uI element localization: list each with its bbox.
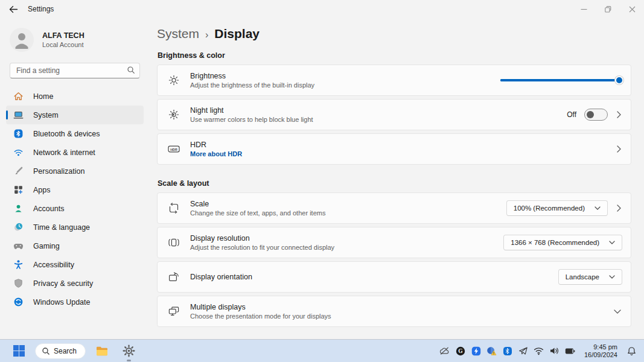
user-account[interactable]: ALFA TECH Local Account	[6, 23, 144, 60]
display-resolution-card: Display resolution Adjust the resolution…	[157, 227, 631, 258]
resolution-icon	[167, 237, 180, 249]
sidebar-item-privacy-security[interactable]: Privacy & security	[6, 274, 144, 293]
storage-warning-icon[interactable]	[485, 342, 499, 360]
clock-date: 16/09/2024	[584, 351, 617, 359]
scale-chevron[interactable]	[616, 203, 622, 213]
windows-logo-icon	[13, 345, 25, 357]
night-light-toggle[interactable]	[584, 109, 608, 121]
scale-subtitle: Change the size of text, apps, and other…	[190, 209, 325, 217]
night-light-chevron[interactable]	[616, 110, 622, 119]
sidebar-item-personalization[interactable]: Personalization	[6, 162, 144, 180]
page-title: Display	[214, 27, 260, 41]
multiple-displays-icon	[167, 305, 180, 317]
display-resolution-title: Display resolution	[190, 234, 334, 243]
chevron-down-icon	[595, 206, 601, 210]
active-app-indicator	[127, 360, 131, 361]
bluetooth-tray-icon[interactable]	[501, 342, 514, 360]
toggle-knob	[587, 111, 594, 118]
scale-dropdown[interactable]: 100% (Recommended)	[506, 200, 608, 216]
close-icon	[629, 6, 636, 13]
clock-time: 9:45 pm	[584, 343, 617, 351]
network-icon	[13, 147, 24, 157]
g-app-icon[interactable]: G	[454, 342, 467, 360]
back-arrow-icon	[9, 5, 18, 13]
sidebar-item-time-language[interactable]: Time & language	[6, 218, 144, 237]
start-button[interactable]	[8, 341, 29, 361]
breadcrumb-system[interactable]: System	[157, 27, 199, 41]
main-content: System › Display Brightness & color Brig…	[157, 18, 631, 339]
display-resolution-dropdown[interactable]: 1366 × 768 (Recommended)	[503, 235, 622, 250]
bolt-app-icon[interactable]	[470, 342, 483, 360]
sidebar-item-system[interactable]: System	[6, 106, 144, 124]
svg-text:HDR: HDR	[170, 148, 177, 151]
hdr-title: HDR	[190, 141, 242, 149]
night-light-subtitle: Use warmer colors to help block blue lig…	[190, 116, 313, 123]
window-controls	[572, 0, 644, 18]
sidebar-item-apps[interactable]: Apps	[6, 180, 144, 199]
close-button[interactable]	[620, 0, 644, 18]
brightness-slider-fill	[500, 79, 622, 81]
brightness-slider[interactable]	[500, 76, 622, 84]
privacy-icon	[13, 278, 24, 288]
taskbar-clock[interactable]: 9:45 pm 16/09/2024	[584, 343, 617, 359]
svg-text:G: G	[458, 348, 463, 354]
back-button[interactable]	[4, 1, 23, 17]
sidebar-item-home[interactable]: Home	[6, 87, 144, 106]
display-orientation-dropdown[interactable]: Landscape	[558, 269, 622, 285]
sidebar-item-gaming[interactable]: Gaming	[6, 237, 144, 255]
display-orientation-card: Display orientation Landscape	[157, 261, 631, 293]
minimize-icon	[581, 6, 587, 13]
breadcrumb: System › Display	[157, 18, 631, 41]
sidebar-item-windows-update[interactable]: Windows Update	[6, 293, 144, 311]
file-explorer-button[interactable]	[92, 341, 112, 361]
accounts-icon	[13, 203, 24, 214]
scale-icon	[167, 202, 180, 214]
search-input[interactable]	[10, 63, 140, 78]
sidebar-item-label: Bluetooth & devices	[33, 130, 100, 138]
brightness-subtitle: Adjust the brightness of the built-in di…	[190, 81, 314, 89]
apps-icon	[13, 185, 24, 195]
minimize-button[interactable]	[572, 0, 596, 18]
brightness-icon	[167, 74, 180, 86]
user-account-type: Local Account	[42, 41, 84, 48]
battery-icon[interactable]	[564, 342, 577, 360]
chevron-down-icon	[609, 241, 615, 244]
settings-gear-icon	[123, 345, 135, 357]
scale-title: Scale	[190, 200, 325, 208]
notifications-button[interactable]	[623, 342, 639, 360]
sidebar: ALFA TECH Local Account Home System Blue…	[0, 18, 147, 339]
hdr-more-link[interactable]: More about HDR	[190, 150, 242, 157]
sidebar-item-network-internet[interactable]: Network & internet	[6, 143, 144, 162]
personalization-icon	[13, 166, 24, 176]
taskbar-search[interactable]: Search	[35, 343, 86, 359]
taskbar-left: Search	[8, 341, 139, 361]
multiple-displays-card[interactable]: Multiple displays Choose the presentatio…	[157, 296, 631, 327]
sidebar-item-label: Windows Update	[33, 298, 91, 306]
hdr-chevron[interactable]	[616, 144, 622, 154]
multiple-displays-expander[interactable]	[613, 308, 622, 315]
wifi-icon[interactable]	[532, 342, 546, 360]
sidebar-item-accessibility[interactable]: Accessibility	[6, 255, 144, 274]
multiple-displays-title: Multiple displays	[190, 303, 331, 311]
taskbar-search-label: Search	[54, 347, 77, 355]
hdr-card[interactable]: HDR HDR More about HDR	[157, 133, 631, 165]
search-icon[interactable]	[127, 66, 135, 77]
brightness-slider-thumb[interactable]	[615, 76, 623, 84]
chevron-right-icon	[617, 145, 621, 153]
brightness-card: Brightness Adjust the brightness of the …	[157, 65, 631, 96]
sidebar-item-bluetooth-devices[interactable]: Bluetooth & devices	[6, 124, 144, 143]
sidebar-item-accounts[interactable]: Accounts	[6, 199, 144, 218]
cloud-offline-icon[interactable]	[438, 342, 451, 360]
person-icon	[10, 28, 34, 52]
user-name: ALFA TECH	[42, 31, 84, 40]
taskbar: Search G	[0, 339, 644, 362]
volume-icon[interactable]	[548, 342, 561, 360]
file-explorer-icon	[95, 345, 109, 357]
telegram-icon[interactable]	[517, 342, 530, 360]
settings-taskbar-button[interactable]	[118, 341, 139, 361]
restore-icon	[605, 6, 611, 13]
display-orientation-title: Display orientation	[190, 273, 252, 281]
restore-button[interactable]	[596, 0, 620, 18]
scale-value: 100% (Recommended)	[514, 205, 585, 212]
brightness-title: Brightness	[190, 72, 314, 80]
